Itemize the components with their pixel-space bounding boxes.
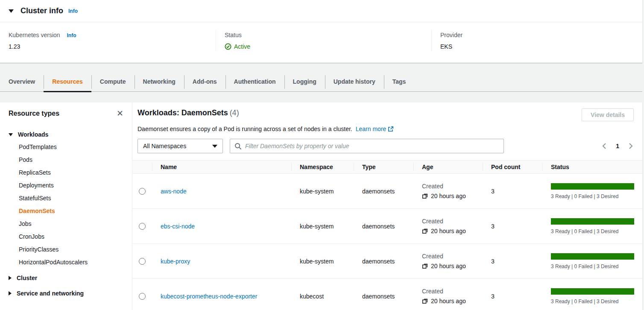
cluster-info-card: Cluster info Info Kubernetes version Inf… <box>0 0 642 63</box>
sidebar-item-cronjobs[interactable]: CronJobs <box>19 230 123 243</box>
copy-icon[interactable] <box>422 228 428 234</box>
copy-icon[interactable] <box>422 193 428 199</box>
sidebar-item-deployments[interactable]: Deployments <box>19 179 123 192</box>
age-cell: Created 20 hours ago <box>413 288 483 304</box>
namespace-cell: kube-system <box>291 223 354 230</box>
type-cell: daemonsets <box>354 258 413 265</box>
column-header-type[interactable]: Type <box>354 161 413 173</box>
close-icon[interactable]: ✕ <box>117 109 123 117</box>
status-success-icon <box>225 43 231 50</box>
pod-count-cell: 3 <box>483 293 542 300</box>
tab-add-ons[interactable]: Add-ons <box>184 72 225 91</box>
sidebar-item-pods[interactable]: Pods <box>19 153 123 166</box>
copy-icon[interactable] <box>422 263 428 269</box>
next-page-icon[interactable] <box>628 143 634 149</box>
row-radio-button[interactable] <box>139 293 146 300</box>
type-cell: daemonsets <box>354 223 413 230</box>
age-cell: Created 20 hours ago <box>413 253 483 269</box>
kubernetes-version-info-link[interactable]: Info <box>67 32 76 38</box>
sidebar-item-jobs[interactable]: Jobs <box>19 217 123 230</box>
type-cell: daemonsets <box>354 188 413 195</box>
daemonsets-filter-input-box[interactable] <box>230 139 504 153</box>
previous-page-icon[interactable] <box>601 143 607 149</box>
tab-update-history[interactable]: Update history <box>325 72 384 91</box>
select-caret-icon <box>212 145 217 148</box>
namespace-select[interactable]: All Namespaces <box>138 139 223 153</box>
sidebar-group-service-and-networking[interactable]: Service and networking <box>9 287 123 299</box>
daemonset-name-link[interactable]: kubecost-prometheus-node-exporter <box>161 293 257 300</box>
tab-logging[interactable]: Logging <box>284 72 325 91</box>
status-cell: 3 Ready | 0 Failed | 3 Desired <box>542 288 642 304</box>
tab-networking[interactable]: Networking <box>135 72 184 91</box>
sidebar-item-daemonsets[interactable]: DaemonSets <box>19 205 123 217</box>
sidebar-item-replicasets[interactable]: ReplicaSets <box>19 166 123 179</box>
daemonsets-main: Workloads: DaemonSets (4) View details D… <box>132 102 642 310</box>
resource-types-tree: Workloads PodTemplates Pods ReplicaSets … <box>9 129 123 299</box>
sidebar-item-statefulsets[interactable]: StatefulSets <box>19 192 123 205</box>
daemonset-name-link[interactable]: aws-node <box>161 188 187 195</box>
chevron-right-icon <box>9 291 12 295</box>
tab-authentication[interactable]: Authentication <box>225 72 284 91</box>
cluster-info-info-link[interactable]: Info <box>68 8 78 14</box>
daemonsets-filter-input[interactable] <box>245 143 499 149</box>
status-progress-bar <box>551 253 634 260</box>
chevron-down-icon <box>9 133 13 136</box>
status-field: Status Active <box>216 30 431 52</box>
cluster-info-header[interactable]: Cluster info Info <box>0 0 642 22</box>
kubernetes-version-value: 1.23 <box>9 43 207 50</box>
sidebar-group-workloads[interactable]: Workloads <box>9 129 123 140</box>
daemonset-name-link[interactable]: kube-proxy <box>161 258 190 265</box>
sidebar-item-priorityclasses[interactable]: PriorityClasses <box>19 243 123 256</box>
external-link-icon <box>388 126 394 132</box>
column-header-age[interactable]: Age <box>413 161 483 173</box>
view-details-button[interactable]: View details <box>582 108 634 121</box>
sidebar-item-podtemplates[interactable]: PodTemplates <box>19 140 123 153</box>
pagination: 1 <box>601 143 634 149</box>
column-header-status[interactable]: Status <box>542 161 642 173</box>
column-header-pod-count[interactable]: Pod count <box>483 161 542 173</box>
collapse-arrow-icon[interactable] <box>9 9 14 13</box>
selection-column-header <box>132 161 152 173</box>
age-cell: Created 20 hours ago <box>413 183 483 199</box>
daemonsets-table: Name Namespace Type Age Pod count Status… <box>132 160 642 310</box>
tab-tags[interactable]: Tags <box>384 72 415 91</box>
row-radio-button[interactable] <box>139 258 146 265</box>
status-progress-bar <box>551 288 634 295</box>
table-row: ebs-csi-node kube-system daemonsets Crea… <box>132 209 642 244</box>
status-value: Active <box>225 43 423 50</box>
sidebar-title: Resource types <box>9 110 59 117</box>
current-page[interactable]: 1 <box>616 143 619 149</box>
pod-count-cell: 3 <box>483 223 542 230</box>
copy-icon[interactable] <box>422 298 428 304</box>
status-cell: 3 Ready | 0 Failed | 3 Desired <box>542 183 642 199</box>
daemonsets-title: Workloads: DaemonSets <box>138 108 228 117</box>
cluster-info-grid: Kubernetes version Info 1.23 Status Acti… <box>0 22 642 63</box>
provider-field: Provider EKS <box>431 30 642 52</box>
pod-count-cell: 3 <box>483 258 542 265</box>
tab-overview[interactable]: Overview <box>0 72 44 91</box>
row-radio-button[interactable] <box>139 188 146 195</box>
status-cell: 3 Ready | 0 Failed | 3 Desired <box>542 253 642 269</box>
row-radio-button[interactable] <box>139 223 146 230</box>
cluster-tabs: Overview Resources Compute Networking Ad… <box>0 72 642 92</box>
daemonsets-description: Daemonset ensures a copy of a Pod is run… <box>138 126 634 132</box>
pod-count-cell: 3 <box>483 188 542 195</box>
column-header-name[interactable]: Name <box>152 161 291 173</box>
sidebar-group-cluster[interactable]: Cluster <box>9 272 123 284</box>
sidebar-item-horizontalpodautoscalers[interactable]: HorizontalPodAutoscalers <box>19 256 123 269</box>
status-progress-bar <box>551 183 634 190</box>
daemonsets-heading: Workloads: DaemonSets (4) <box>138 108 239 117</box>
table-row: kube-proxy kube-system daemonsets Create… <box>132 244 642 279</box>
status-cell: 3 Ready | 0 Failed | 3 Desired <box>542 218 642 234</box>
table-header-row: Name Namespace Type Age Pod count Status <box>132 160 642 174</box>
daemonset-name-link[interactable]: ebs-csi-node <box>161 223 195 230</box>
tab-resources[interactable]: Resources <box>44 72 91 91</box>
kubernetes-version-label: Kubernetes version Info <box>9 32 207 38</box>
provider-value: EKS <box>440 43 634 50</box>
provider-label: Provider <box>440 32 634 38</box>
table-row: aws-node kube-system daemonsets Created … <box>132 174 642 209</box>
column-header-namespace[interactable]: Namespace <box>291 161 354 173</box>
type-cell: daemonsets <box>354 293 413 300</box>
tab-compute[interactable]: Compute <box>91 72 135 91</box>
learn-more-link[interactable]: Learn more <box>356 126 394 132</box>
